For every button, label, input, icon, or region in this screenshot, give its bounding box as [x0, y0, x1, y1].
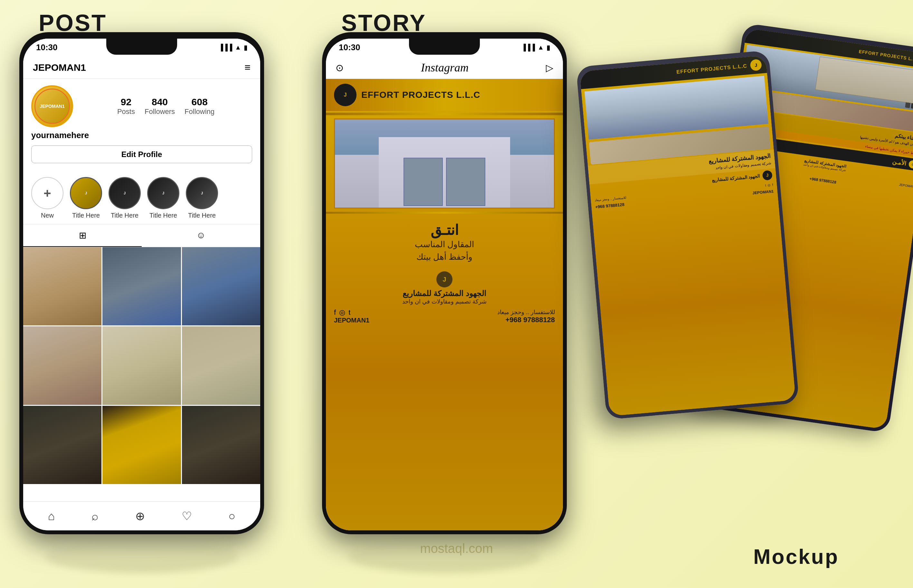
photo-2	[102, 247, 181, 325]
mockup-front-content: J EFFORT PROJECTS L.L.C الجهود المشتركة …	[580, 55, 795, 416]
photo-cell-5	[102, 326, 181, 405]
following-stat: 608 Following	[185, 97, 214, 116]
story-footer-sub: شركة تصميم ومقاولات في ان واحد	[326, 298, 563, 305]
story-phone-number: +968 97888128	[497, 316, 555, 324]
posts-stat: 92 Posts	[117, 97, 135, 116]
ig-username-header: JEPOMAN1	[33, 62, 86, 73]
highlight-4-label: Title Here	[186, 212, 218, 219]
instagram-icon: ◎	[339, 309, 345, 317]
photo-8	[102, 406, 181, 484]
add-icon[interactable]: ⊕	[135, 509, 145, 523]
story-header-right-icons: ▷	[546, 62, 553, 73]
story-contact-label: للاستفسار .. وحجز ميعاد	[497, 309, 555, 316]
highlights-row: + New J Title Here J Title	[23, 172, 260, 224]
highlight-2-circle: J	[108, 177, 141, 209]
followers-label: Followers	[145, 108, 175, 116]
story-wifi-icon: ▲	[537, 44, 544, 51]
page-background: POST STORY Mockup 10:30 ▐▐▐ ▲ ▮	[0, 0, 913, 588]
mockup-back-gold-bar: الأمـن	[892, 158, 907, 167]
grid-tabs: ⊞ ☺	[23, 224, 260, 247]
story-logo-text: J	[344, 92, 347, 98]
wifi-icon: ▲	[235, 44, 241, 51]
mockup-back-company: EFFORT PROJECTS L.L.C	[859, 49, 913, 63]
profile-stats: 92 Posts 840 Followers 608 Following	[79, 97, 252, 116]
posts-label: Posts	[117, 108, 135, 116]
highlight-1[interactable]: J Title Here	[70, 177, 102, 219]
story-username-footer: JEPOMAN1	[334, 317, 369, 324]
story-arabic-sub-2: وأحفظ أهل بيتك	[332, 251, 557, 263]
following-count: 608	[185, 97, 214, 108]
post-phone-frame: 10:30 ▐▐▐ ▲ ▮ JEPOMAN1 ≡	[19, 32, 264, 534]
story-building-image	[334, 118, 555, 208]
highlight-4[interactable]: J Title Here	[186, 177, 218, 219]
search-nav-icon[interactable]: ⌕	[91, 509, 99, 523]
story-company-name: EFFORT PROJECTS L.L.C	[361, 90, 480, 100]
post-phone-screen: 10:30 ▐▐▐ ▲ ▮ JEPOMAN1 ≡	[23, 39, 260, 530]
avatar-text: JEPOMAN1	[40, 103, 65, 109]
edit-profile-button[interactable]: Edit Profile	[31, 145, 252, 163]
photo-cell-9	[182, 406, 260, 484]
profile-icon[interactable]: ○	[228, 509, 235, 523]
watermark: mostaql.com	[420, 541, 493, 556]
photo-5	[102, 326, 181, 405]
story-battery-icon: ▮	[547, 44, 550, 52]
story-content: J EFFORT PROJECTS L.L.C	[326, 79, 563, 530]
followers-stat: 840 Followers	[145, 97, 175, 116]
photo-6	[182, 326, 260, 405]
grid-tab-posts[interactable]: ⊞	[23, 225, 142, 247]
mockup-front-username: JEPOMAN1	[752, 189, 774, 195]
highlight-1-circle: J	[70, 177, 102, 209]
mockup-front-company: EFFORT PROJECTS L.L.C	[676, 63, 748, 75]
ig-menu-icon[interactable]: ≡	[244, 61, 251, 73]
story-header-left-icons: ⊙	[335, 62, 344, 73]
highlight-3-circle: J	[147, 177, 180, 209]
story-logo-circle: J	[334, 84, 356, 106]
highlight-new-circle: +	[31, 177, 63, 209]
ig-header: JEPOMAN1 ≡	[23, 57, 260, 79]
photo-1	[23, 247, 102, 325]
post-status-time: 10:30	[36, 42, 58, 52]
highlight-new-label: New	[31, 212, 63, 219]
story-signal-icon: ▐▐▐	[521, 44, 535, 51]
highlight-4-circle: J	[186, 177, 218, 209]
story-phone-screen: 10:30 ▐▐▐ ▲ ▮ ⊙ Instagram ▷	[326, 39, 563, 530]
highlight-3[interactable]: J Title Here	[147, 177, 180, 219]
signal-icon: ▐▐▐	[219, 44, 233, 51]
grid-tab-tagged[interactable]: ☺	[142, 225, 260, 247]
story-arabic-sub-1: المقاول المناسب	[332, 238, 557, 251]
story-ig-logo: Instagram	[421, 61, 469, 74]
followers-count: 840	[145, 97, 175, 108]
story-footer-company: الجهود المشتركة للمشاريع	[326, 289, 563, 298]
photo-3	[182, 247, 260, 325]
story-camera-icon[interactable]: ⊙	[335, 62, 344, 73]
photo-cell-3	[182, 247, 260, 325]
story-arabic-text: انتـق المقاول المناسب وأحفظ أهل بيتك	[326, 215, 563, 270]
bottom-nav: ⌂ ⌕ ⊕ ♡ ○	[23, 501, 260, 530]
mockup-phone-front: J EFFORT PROJECTS L.L.C الجهود المشتركة …	[576, 50, 799, 420]
heart-icon[interactable]: ♡	[181, 509, 192, 523]
story-arabic-main: انتـق	[332, 222, 557, 238]
story-ig-header: ⊙ Instagram ▷	[326, 57, 563, 79]
highlight-1-label: Title Here	[70, 212, 102, 219]
story-phone: 10:30 ▐▐▐ ▲ ▮ ⊙ Instagram ▷	[322, 32, 567, 534]
story-contact-row: f ◎ t JEPOMAN1 للاستفسار .. وحجز ميعاد +…	[326, 305, 563, 327]
highlight-2[interactable]: J Title Here	[108, 177, 141, 219]
home-icon[interactable]: ⌂	[48, 509, 55, 523]
mockup-front-company-ar: الجهود المشتركة للمشاريع	[712, 173, 760, 183]
story-phone-frame: 10:30 ▐▐▐ ▲ ▮ ⊙ Instagram ▷	[322, 32, 567, 534]
photo-cell-1	[23, 247, 102, 325]
highlight-2-label: Title Here	[108, 212, 141, 219]
mockup-front-phone: +968 97888128	[595, 202, 625, 210]
photo-cell-2	[102, 247, 181, 325]
avatar: JEPOMAN1	[31, 85, 73, 127]
profile-section: JEPOMAN1 92 Posts 840 Followers	[23, 79, 260, 172]
story-phone-notch	[409, 39, 480, 55]
photo-cell-4	[23, 326, 102, 405]
highlight-new[interactable]: + New	[31, 177, 63, 219]
photo-7	[23, 406, 102, 484]
post-status-icons: ▐▐▐ ▲ ▮	[219, 44, 247, 52]
story-dm-icon[interactable]: ▷	[546, 62, 553, 73]
story-building-inner	[335, 120, 554, 208]
mockup-front-screen: J EFFORT PROJECTS L.L.C الجهود المشتركة …	[580, 55, 795, 416]
photo-grid	[23, 247, 260, 484]
